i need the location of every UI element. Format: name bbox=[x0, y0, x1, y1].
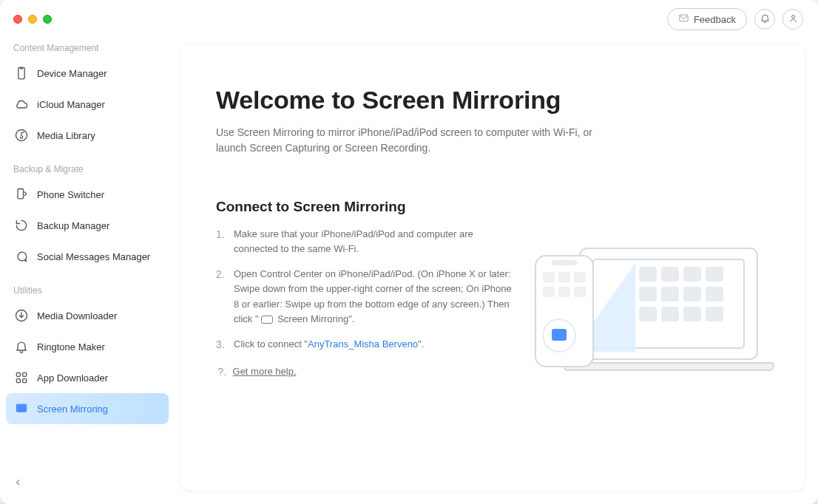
svg-rect-30 bbox=[574, 272, 586, 282]
screen-icon bbox=[13, 401, 30, 417]
step-3-text-a: Click to connect " bbox=[234, 338, 308, 350]
bell-outline-icon bbox=[13, 338, 30, 355]
sidebar-item-icloud-manager[interactable]: iCloud Manager bbox=[6, 89, 169, 120]
content-panel: Welcome to Screen Mirroring Use Screen M… bbox=[180, 44, 805, 491]
step-2: Open Control Center on iPhone/iPad/iPod.… bbox=[216, 267, 512, 327]
page-subtitle: Use Screen Mirroring to mirror iPhone/iP… bbox=[216, 125, 601, 156]
svg-rect-19 bbox=[661, 287, 679, 302]
main-area: Welcome to Screen Mirroring Use Screen M… bbox=[175, 38, 818, 504]
cloud-icon bbox=[13, 96, 30, 112]
svg-rect-28 bbox=[543, 272, 555, 282]
svg-point-1 bbox=[791, 15, 794, 18]
svg-rect-10 bbox=[23, 379, 27, 383]
svg-rect-13 bbox=[593, 259, 744, 348]
sidebar-item-label: Phone Switcher bbox=[37, 189, 104, 200]
svg-rect-32 bbox=[558, 287, 570, 297]
close-window-button[interactable] bbox=[13, 15, 22, 24]
minimize-window-button[interactable] bbox=[28, 15, 37, 24]
feedback-label: Feedback bbox=[694, 14, 736, 25]
step-3-text-b: ". bbox=[418, 338, 424, 350]
app-window: Feedback Content Management Device Manag… bbox=[0, 0, 818, 504]
sidebar-item-label: Ringtone Maker bbox=[37, 341, 105, 353]
backup-icon bbox=[13, 217, 30, 234]
notifications-button[interactable] bbox=[754, 9, 775, 30]
svg-rect-21 bbox=[706, 287, 723, 302]
mail-icon bbox=[678, 13, 689, 26]
svg-rect-26 bbox=[535, 256, 593, 367]
step-1-text: Make sure that your iPhone/iPad/iPod and… bbox=[234, 228, 473, 254]
traffic-lights bbox=[13, 15, 52, 24]
svg-rect-11 bbox=[16, 404, 26, 412]
svg-rect-17 bbox=[706, 267, 723, 282]
sidebar-section-utilities: Utilities bbox=[13, 285, 169, 296]
svg-rect-7 bbox=[16, 372, 20, 376]
feedback-button[interactable]: Feedback bbox=[667, 8, 747, 30]
phone-switch-icon bbox=[13, 186, 30, 202]
bell-icon bbox=[760, 13, 771, 27]
svg-rect-9 bbox=[16, 379, 20, 383]
svg-rect-20 bbox=[683, 287, 701, 302]
music-icon bbox=[13, 127, 30, 143]
svg-rect-35 bbox=[552, 329, 567, 341]
collapse-sidebar-button[interactable] bbox=[13, 477, 24, 491]
svg-rect-8 bbox=[23, 372, 27, 376]
zoom-window-button[interactable] bbox=[43, 15, 52, 24]
sidebar-item-label: Media Library bbox=[37, 130, 95, 141]
step-2-text-b: Screen Mirroring". bbox=[275, 313, 355, 324]
chat-icon bbox=[13, 248, 30, 265]
download-icon bbox=[13, 307, 30, 324]
sidebar-item-screen-mirroring[interactable]: Screen Mirroring bbox=[6, 393, 169, 424]
get-more-help-link[interactable]: Get more help. bbox=[233, 366, 297, 377]
svg-rect-12 bbox=[580, 248, 757, 359]
svg-rect-2 bbox=[18, 67, 24, 79]
svg-point-34 bbox=[543, 319, 575, 352]
sidebar-item-label: Screen Mirroring bbox=[37, 403, 108, 415]
sidebar-item-media-library[interactable]: Media Library bbox=[6, 120, 169, 151]
svg-rect-23 bbox=[661, 307, 679, 321]
apps-icon bbox=[13, 370, 30, 386]
svg-rect-16 bbox=[683, 267, 701, 282]
sidebar: Content Management Device Manager iCloud… bbox=[0, 38, 175, 504]
svg-rect-31 bbox=[543, 287, 555, 297]
sidebar-section-backup-migrate: Backup & Migrate bbox=[13, 164, 169, 174]
svg-rect-27 bbox=[552, 260, 577, 265]
user-icon bbox=[788, 13, 799, 27]
sidebar-item-media-downloader[interactable]: Media Downloader bbox=[6, 300, 169, 331]
sidebar-item-social-messages-manager[interactable]: Social Messages Manager bbox=[6, 241, 169, 272]
svg-rect-0 bbox=[680, 15, 688, 21]
titlebar: Feedback bbox=[0, 0, 818, 38]
sidebar-item-phone-switcher[interactable]: Phone Switcher bbox=[6, 179, 169, 210]
svg-rect-5 bbox=[18, 189, 24, 199]
svg-rect-24 bbox=[683, 307, 701, 321]
sidebar-item-label: Social Messages Manager bbox=[37, 251, 150, 262]
sidebar-item-label: iCloud Manager bbox=[37, 99, 105, 110]
step-1: Make sure that your iPhone/iPad/iPod and… bbox=[216, 227, 512, 256]
account-button[interactable] bbox=[782, 9, 803, 30]
airplay-rect-icon bbox=[261, 316, 273, 324]
page-title: Welcome to Screen Mirroring bbox=[216, 86, 769, 115]
steps-list: Make sure that your iPhone/iPad/iPod and… bbox=[216, 227, 512, 352]
connect-heading: Connect to Screen Mirroring bbox=[216, 199, 769, 215]
sidebar-section-content-management: Content Management bbox=[13, 43, 169, 53]
sidebar-item-device-manager[interactable]: Device Manager bbox=[6, 58, 169, 89]
help-row: ?. Get more help. bbox=[216, 365, 769, 378]
sidebar-item-label: Backup Manager bbox=[37, 220, 109, 231]
sidebar-item-label: Media Downloader bbox=[37, 310, 117, 321]
svg-rect-14 bbox=[639, 267, 657, 282]
question-icon: ?. bbox=[217, 365, 227, 378]
sidebar-item-label: Device Manager bbox=[37, 68, 107, 79]
sidebar-item-backup-manager[interactable]: Backup Manager bbox=[6, 210, 169, 241]
sidebar-item-ringtone-maker[interactable]: Ringtone Maker bbox=[6, 331, 169, 362]
step-3: Click to connect "AnyTrans_Misha Berveno… bbox=[216, 337, 512, 352]
svg-rect-18 bbox=[639, 287, 657, 302]
svg-rect-22 bbox=[639, 307, 657, 321]
phone-icon bbox=[13, 65, 30, 81]
svg-rect-33 bbox=[574, 287, 586, 297]
sidebar-item-app-downloader[interactable]: App Downloader bbox=[6, 362, 169, 393]
sidebar-item-label: App Downloader bbox=[37, 372, 108, 384]
devices-illustration bbox=[528, 241, 780, 381]
svg-rect-25 bbox=[706, 307, 723, 321]
connect-target-link[interactable]: AnyTrans_Misha Berveno bbox=[308, 338, 418, 350]
svg-rect-15 bbox=[661, 267, 679, 282]
svg-rect-29 bbox=[558, 272, 570, 282]
